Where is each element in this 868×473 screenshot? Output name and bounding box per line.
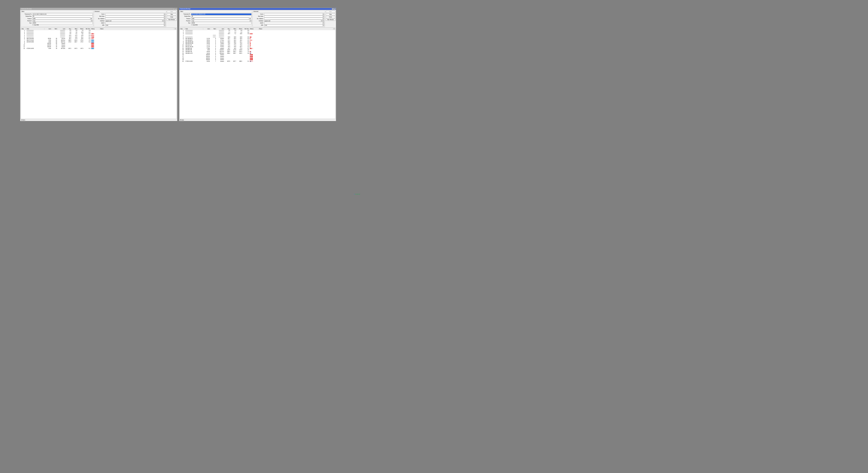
table-row[interactable]: 35.45.16.20.4 (21, 33, 177, 35)
table-row[interactable]: 414.614.314.80.3 (21, 35, 177, 36)
table-row[interactable]: 310.47.113.63.3 (180, 33, 335, 35)
column-header[interactable]: Worst (78, 28, 84, 30)
table-row[interactable]: 8221.183.89.16933.3%951.1ms50.049.551.10… (180, 41, 335, 43)
dropdown-icon[interactable]: ▼ (323, 13, 324, 15)
table-row[interactable]: 14129.250.5.7844.4%9223.7ms228.4223.7241… (180, 51, 335, 53)
interface-input[interactable] (264, 20, 321, 22)
column-header[interactable]: Std. Dev. (242, 28, 249, 30)
vrf-input[interactable] (105, 24, 164, 26)
column-header[interactable]: Host (185, 28, 203, 30)
column-header[interactable]: Last (216, 28, 224, 30)
max-hops-input[interactable] (105, 16, 164, 18)
protocol-input[interactable] (191, 20, 250, 22)
table-row[interactable]: 15.12.57.91.8 (21, 30, 177, 31)
titlebar[interactable]: Traceroute (Running)□✕ (20, 8, 177, 10)
dscp-input[interactable] (264, 22, 323, 24)
stop-button[interactable]: Stop (167, 13, 177, 16)
table-row[interactable]: 542.842.842.80.0 (180, 36, 335, 38)
dropdown-icon[interactable]: ▼ (91, 20, 93, 22)
table-row[interactable]: 7221.183.89.3433.3%947.5ms47.446.948.20.… (180, 39, 335, 41)
packet-size-input[interactable] (191, 16, 252, 18)
dropdown-icon[interactable]: ▼ (323, 16, 324, 18)
start-button[interactable]: Start (326, 11, 335, 13)
column-menu-icon[interactable]: ▼ (174, 28, 177, 30)
use-dns-checkbox[interactable] (191, 24, 193, 26)
new-window-button[interactable]: New Window (167, 19, 177, 21)
protocol-input[interactable] (32, 20, 91, 22)
column-header[interactable]: Best (230, 28, 236, 30)
dropdown-icon[interactable]: ▼ (164, 16, 166, 18)
table-row[interactable]: 11203.131.241.8511.1%976.3ms76.975.882.4… (180, 46, 335, 48)
count-input[interactable] (105, 13, 164, 15)
table-row[interactable]: 7202.97.43.1220.0%20166.5ms166.5164.9170… (21, 39, 177, 41)
column-header[interactable]: Best (71, 28, 78, 30)
column-header[interactable]: History (250, 28, 259, 30)
dropdown-icon[interactable]: ▼ (323, 18, 324, 20)
close-button[interactable]: Close (326, 16, 335, 19)
column-header[interactable]: Status (100, 28, 174, 30)
start-button[interactable]: Start (167, 11, 177, 13)
table-row[interactable]: 9100.0%20timeout (21, 43, 177, 45)
column-menu-icon[interactable]: ▼ (333, 28, 335, 30)
table-row[interactable]: 13129.250.2.500.0%9118.3ms119.8117.8125.… (180, 49, 335, 51)
column-header[interactable]: Worst (236, 28, 242, 30)
table-row[interactable]: 10223.120.2.5411.1%9timeout75.574.978.01… (180, 44, 335, 46)
table-row[interactable]: 10100.0%19timeout (21, 44, 177, 46)
packet-size-input[interactable] (32, 16, 93, 18)
src-address-input[interactable] (264, 18, 323, 20)
table-row[interactable]: 8218.30.53.2060.0%20169.7ms170.0169.7170… (21, 41, 177, 43)
dropdown-icon[interactable]: ▼ (164, 18, 166, 20)
table-row[interactable]: 2047.254.114.8342.9%7timeout267.8267.726… (180, 60, 335, 62)
column-header[interactable]: Last (58, 28, 65, 30)
table-row[interactable]: 18100.0%9timeout (180, 57, 335, 59)
column-header[interactable]: Sent (210, 28, 216, 30)
use-dns-checkbox[interactable] (32, 24, 34, 26)
column-header[interactable]: Sent (52, 28, 58, 30)
table-row[interactable]: 6202.97.66.22525.0%2018.1ms18.117.918.40… (21, 38, 177, 40)
column-header[interactable]: Hop (21, 28, 25, 30)
up-arrow-icon[interactable]: ▲ (164, 20, 166, 22)
close-button[interactable]: ✕ (334, 8, 336, 10)
table-row[interactable]: 15129.250.3.17522.2%9230.6ms230.2229.723… (180, 53, 335, 54)
interface-input[interactable] (105, 20, 162, 22)
traceroute-to-input[interactable] (32, 13, 93, 15)
minimize-button[interactable]: □ (332, 8, 334, 10)
new-window-button[interactable]: New Window (326, 19, 335, 21)
table-row[interactable]: 26.93.034.86.5 (21, 31, 177, 33)
table-row[interactable]: 11.61.31.80.2 (180, 30, 335, 31)
table-row[interactable]: 21.41.31.90.2 (180, 31, 335, 33)
dropdown-icon[interactable]: ▼ (321, 20, 323, 22)
dropdown-icon[interactable]: ▼ (323, 22, 324, 24)
port-input[interactable] (32, 22, 93, 24)
stop-button[interactable]: Stop (326, 13, 335, 16)
table-row[interactable]: 4 (180, 35, 335, 36)
table-row[interactable]: 1247.254.114.830.0%19167.2ms167.2167.016… (21, 48, 177, 49)
up-arrow-icon[interactable]: ▲ (323, 20, 324, 22)
max-hops-input[interactable] (264, 16, 323, 18)
table-row[interactable]: 11100.0%19timeout (21, 46, 177, 48)
port-input[interactable] (191, 22, 252, 24)
dropdown-icon[interactable]: ▼ (164, 24, 166, 26)
dropdown-icon[interactable]: ▼ (162, 20, 164, 22)
column-header[interactable]: Avg. (224, 28, 230, 30)
vrf-input[interactable] (264, 24, 323, 26)
src-address-input[interactable] (105, 18, 164, 20)
table-row[interactable]: 514.914.615.10.1 (21, 36, 177, 38)
close-button[interactable]: ✕ (175, 8, 177, 10)
table-row[interactable]: 6221.183.89.1311.1%944.6ms44.744.444.90.… (180, 38, 335, 40)
close-button[interactable]: Close (167, 16, 177, 19)
timeout-input[interactable] (32, 18, 90, 20)
minimize-button[interactable]: □ (173, 8, 175, 10)
column-header[interactable]: History (91, 28, 100, 30)
dropdown-icon[interactable]: ▼ (164, 13, 166, 15)
dropdown-icon[interactable]: ▼ (323, 24, 324, 26)
table-row[interactable]: 17100.0%9timeout (180, 56, 335, 57)
column-header[interactable]: Host (26, 28, 44, 30)
column-header[interactable]: Avg. (65, 28, 71, 30)
traceroute-to-input[interactable] (191, 13, 252, 15)
timeout-input[interactable] (191, 18, 249, 20)
column-header[interactable]: Status (258, 28, 333, 30)
dropdown-icon[interactable]: ▼ (164, 22, 166, 24)
column-header[interactable]: Std. Dev. (84, 28, 91, 30)
table-row[interactable]: 12129.250.5.3277.8%9timeout76.776.077.30… (180, 48, 335, 49)
